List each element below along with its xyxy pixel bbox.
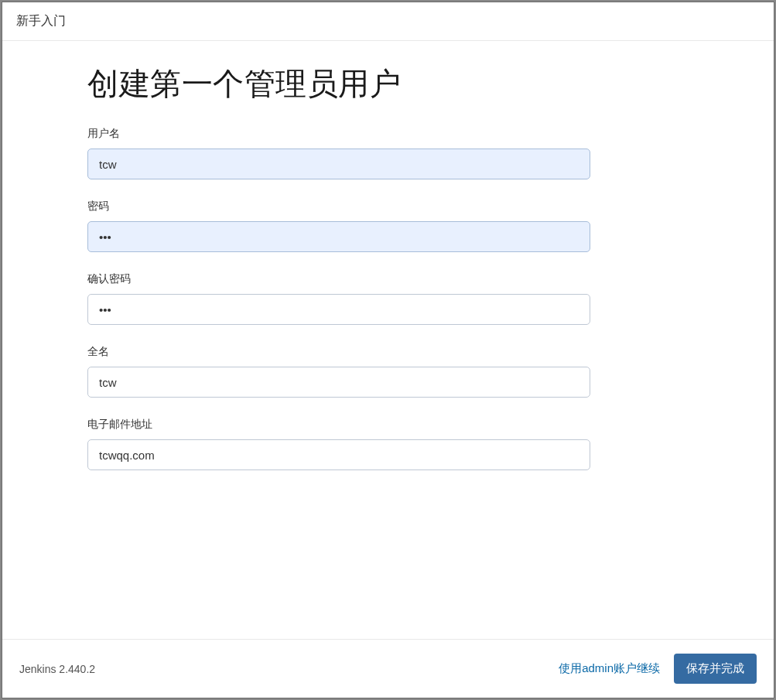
modal-header: 新手入门 — [2, 2, 774, 41]
username-input[interactable] — [87, 149, 590, 179]
username-field-group: 用户名 — [87, 127, 689, 179]
password-label: 密码 — [87, 200, 689, 213]
fullname-input[interactable] — [87, 367, 590, 398]
email-field-group: 电子邮件地址 — [87, 418, 689, 470]
password-field-group: 密码 — [87, 200, 689, 252]
setup-wizard-modal: 新手入门 创建第一个管理员用户 用户名 密码 确认密码 全名 电子邮件地址 Je… — [2, 2, 774, 698]
username-label: 用户名 — [87, 127, 689, 141]
email-input[interactable] — [87, 439, 590, 470]
email-label: 电子邮件地址 — [87, 418, 689, 432]
footer-actions: 使用admin账户继续 保存并完成 — [559, 654, 757, 684]
modal-footer: Jenkins 2.440.2 使用admin账户继续 保存并完成 — [2, 639, 774, 698]
page-title: 创建第一个管理员用户 — [87, 63, 689, 105]
save-button[interactable]: 保存并完成 — [674, 654, 757, 684]
header-title: 新手入门 — [16, 14, 66, 27]
version-text: Jenkins 2.440.2 — [19, 663, 95, 675]
fullname-label: 全名 — [87, 345, 689, 359]
fullname-field-group: 全名 — [87, 345, 689, 398]
modal-content: 创建第一个管理员用户 用户名 密码 确认密码 全名 电子邮件地址 — [2, 41, 774, 639]
skip-button[interactable]: 使用admin账户继续 — [559, 661, 660, 676]
confirm-password-label: 确认密码 — [87, 272, 689, 286]
confirm-password-field-group: 确认密码 — [87, 272, 689, 325]
password-input[interactable] — [87, 221, 590, 252]
confirm-password-input[interactable] — [87, 294, 590, 325]
